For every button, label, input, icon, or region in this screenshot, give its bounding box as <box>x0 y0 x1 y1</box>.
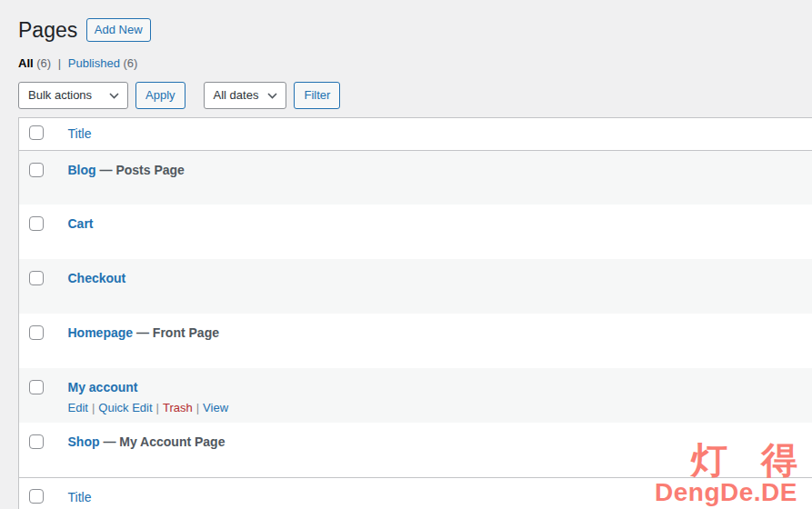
row-action-trash[interactable]: Trash <box>163 401 193 414</box>
table-nav: Bulk actions Apply All dates Filter <box>18 82 812 109</box>
bulk-actions-select[interactable]: Bulk actions <box>18 82 128 109</box>
page-header: Pages Add New <box>18 9 812 48</box>
page-row-title-link[interactable]: Blog <box>68 163 96 177</box>
row-action-separator: | <box>196 401 199 414</box>
dates-select[interactable]: All dates <box>204 82 287 109</box>
table-row: Checkout <box>19 259 812 314</box>
row-action-separator: | <box>92 401 95 414</box>
bulk-actions-selected-value: Bulk actions <box>28 88 92 102</box>
view-filter-separator: | <box>58 56 61 70</box>
row-checkbox[interactable] <box>29 380 44 394</box>
view-filter-all-link[interactable]: All (6) <box>18 56 51 70</box>
chevron-down-icon <box>267 93 277 99</box>
page-title: Pages <box>18 9 77 48</box>
page-row-title-link[interactable]: Cart <box>68 216 94 231</box>
dates-selected-value: All dates <box>214 88 259 102</box>
post-state-label: — Posts Page <box>96 163 185 177</box>
row-actions: Edit|Quick Edit|Trash|View <box>68 401 804 414</box>
row-checkbox[interactable] <box>29 271 44 285</box>
row-checkbox[interactable] <box>29 163 44 177</box>
view-filter-all: All (6) <box>18 56 55 70</box>
view-filter-all-label: All <box>18 56 34 70</box>
view-filter-published: Published (6) <box>68 56 138 70</box>
select-all-checkbox[interactable] <box>29 125 44 140</box>
page-row-title-link[interactable]: My account <box>68 380 138 394</box>
table-row: Blog — Posts Page <box>19 150 812 205</box>
row-checkbox[interactable] <box>29 216 44 231</box>
add-new-button[interactable]: Add New <box>86 18 151 42</box>
chevron-down-icon <box>109 93 119 99</box>
table-header: Title <box>19 117 812 150</box>
table-footer: Title <box>19 477 812 509</box>
row-action-view[interactable]: View <box>203 401 228 414</box>
view-filter-published-count: (6) <box>124 56 138 70</box>
view-filter-all-count: (6) <box>36 56 51 70</box>
table-row: Shop — My Account Page <box>19 423 812 477</box>
table-row: Homepage — Front Page <box>19 314 812 368</box>
pages-list-table: Title Blog — Posts PageCartCheckoutHomep… <box>18 117 812 509</box>
table-body: Blog — Posts PageCartCheckoutHomepage — … <box>19 150 812 477</box>
page-row-title-link[interactable]: Homepage <box>68 325 134 340</box>
page-row-title-link[interactable]: Checkout <box>68 271 126 285</box>
view-filter-published-link[interactable]: Published (6) <box>68 56 138 70</box>
title-column-sort-link[interactable]: Title <box>68 126 92 141</box>
row-checkbox[interactable] <box>29 434 44 449</box>
view-filter-published-label: Published <box>68 56 120 70</box>
row-action-edit[interactable]: Edit <box>68 401 88 414</box>
table-row: My accountEdit|Quick Edit|Trash|View <box>19 368 812 423</box>
title-column-sort-link-footer[interactable]: Title <box>68 490 92 504</box>
row-action-separator: | <box>156 401 159 414</box>
apply-button[interactable]: Apply <box>135 82 185 109</box>
pages-admin-screen: Pages Add New All (6) | Published (6) Bu… <box>0 0 812 509</box>
row-action-quick-edit[interactable]: Quick Edit <box>98 401 152 414</box>
row-checkbox[interactable] <box>29 325 44 340</box>
view-filters: All (6) | Published (6) <box>18 56 812 70</box>
page-row-title-link[interactable]: Shop <box>68 434 100 449</box>
post-state-label: — Front Page <box>133 325 219 340</box>
table-row: Cart <box>19 205 812 259</box>
filter-button[interactable]: Filter <box>294 82 340 109</box>
select-all-checkbox-footer[interactable] <box>29 489 44 504</box>
post-state-label: — My Account Page <box>100 434 226 449</box>
